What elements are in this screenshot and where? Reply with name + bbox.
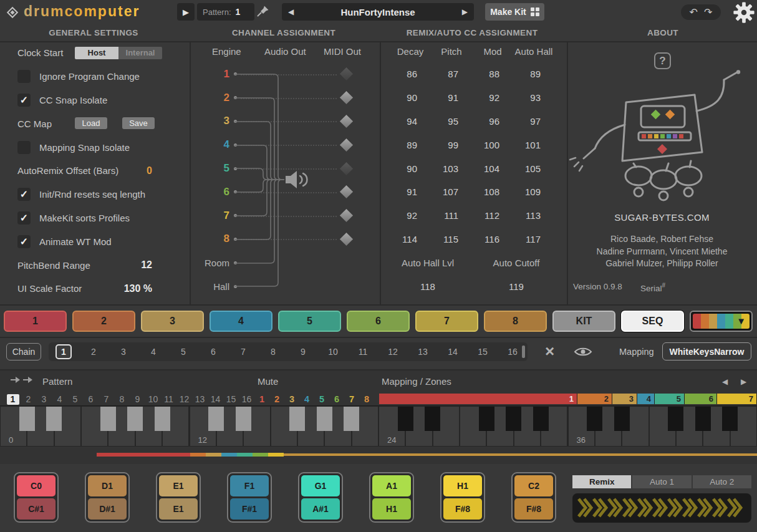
note-bottom-E1[interactable]: E1 — [159, 498, 198, 520]
cc-value[interactable]: 117 — [513, 234, 554, 244]
mode-tab-auto-1[interactable]: Auto 1 — [632, 475, 691, 488]
midi-out-diamond-icon[interactable] — [340, 162, 353, 175]
clear-x-icon[interactable]: × — [545, 342, 554, 361]
cc-value[interactable]: 90 — [390, 92, 431, 103]
chain-step-9[interactable]: 9 — [288, 347, 318, 357]
undo-icon[interactable]: ↶ — [690, 7, 698, 17]
cc-map-load-button[interactable]: Load — [75, 117, 107, 129]
note-top-D1[interactable]: D1 — [88, 475, 127, 496]
pattern-step-15[interactable]: 15 — [223, 394, 239, 404]
pattern-step-3[interactable]: 3 — [36, 394, 52, 404]
cc-value[interactable]: 99 — [431, 140, 472, 150]
pattern-step-6[interactable]: 6 — [83, 394, 99, 404]
auto-hall-lvl-value[interactable]: 118 — [381, 281, 475, 292]
pattern-step-5[interactable]: 5 — [67, 394, 83, 404]
cc-value[interactable]: 100 — [472, 140, 513, 150]
midi-out-diamond-icon[interactable] — [340, 209, 353, 222]
black-key[interactable] — [208, 407, 224, 431]
cc-value[interactable]: 95 — [431, 116, 472, 127]
black-key[interactable] — [614, 407, 630, 431]
tab-remix-auto-cc[interactable]: REMIX/AUTO CC ASSIGNMENT — [407, 28, 538, 37]
cc-value[interactable]: 104 — [472, 163, 513, 174]
note-pad-C0[interactable]: C0C#1 — [14, 472, 59, 523]
chain-step-1[interactable]: 1 — [55, 344, 72, 359]
note-pad-C2[interactable]: C2F#8 — [511, 472, 556, 523]
settings-gear-icon[interactable] — [732, 1, 756, 24]
chain-step-11[interactable]: 11 — [348, 347, 378, 357]
clock-start-host-button[interactable]: Host — [75, 47, 118, 59]
midi-out-diamond-icon[interactable] — [340, 233, 353, 246]
mapping-zone-3[interactable]: 3 — [612, 394, 637, 404]
preset-name[interactable]: HunFortyIntense — [299, 7, 456, 17]
clock-start-internal-button[interactable]: Internal — [118, 47, 162, 59]
auto-cutoff-value[interactable]: 119 — [470, 281, 563, 292]
chain-button[interactable]: Chain — [6, 343, 41, 360]
autoremix-offset-bars--value[interactable]: 0 — [147, 165, 152, 177]
chain-step-12[interactable]: 12 — [378, 347, 408, 357]
pattern-step-14[interactable]: 14 — [208, 394, 223, 404]
pattern-selector[interactable]: Pattern: 1 — [197, 3, 254, 21]
mute-step-2[interactable]: 2 — [269, 394, 284, 404]
mute-step-1[interactable]: 1 — [254, 394, 269, 404]
checkbox-ignore-program-change[interactable] — [17, 70, 31, 83]
black-key[interactable] — [317, 407, 332, 431]
pattern-step-16[interactable]: 16 — [239, 394, 254, 404]
mapping-zone-7[interactable]: 7 — [717, 394, 757, 404]
zones-nav-right-icon[interactable]: ▶ — [741, 377, 746, 386]
note-bottom-F#8[interactable]: F#8 — [443, 498, 482, 520]
make-kit-button[interactable]: Make Kit — [485, 3, 544, 21]
cc-map-save-button[interactable]: Save — [122, 117, 155, 129]
cc-value[interactable]: 93 — [513, 92, 554, 103]
midi-out-diamond-icon[interactable] — [340, 185, 353, 198]
engine-pad-7-button[interactable]: 7 — [415, 311, 478, 332]
pattern-step-4[interactable]: 4 — [52, 394, 67, 404]
black-key[interactable] — [155, 407, 170, 431]
mute-step-4[interactable]: 4 — [299, 394, 314, 404]
cc-value[interactable]: 91 — [390, 186, 431, 197]
cc-value[interactable]: 92 — [472, 92, 513, 103]
chain-step-10[interactable]: 10 — [318, 347, 348, 357]
pattern-step-2[interactable]: 2 — [21, 394, 36, 404]
black-key[interactable] — [46, 407, 62, 431]
note-top-H1[interactable]: H1 — [443, 475, 482, 496]
cc-value[interactable]: 91 — [431, 92, 472, 103]
cc-value[interactable]: 103 — [431, 163, 472, 174]
note-bottom-D#1[interactable]: D#1 — [88, 498, 127, 520]
chain-advance-icon[interactable] — [10, 375, 35, 384]
engine-pad-5-button[interactable]: 5 — [278, 311, 341, 332]
eye-icon[interactable] — [574, 346, 592, 358]
black-key[interactable] — [398, 407, 413, 431]
black-key[interactable] — [344, 407, 359, 431]
pattern-step-13[interactable]: 13 — [192, 394, 208, 404]
preset-next-icon[interactable]: ▶ — [456, 7, 468, 16]
cc-value[interactable]: 108 — [472, 186, 513, 197]
engine-pad-3-button[interactable]: 3 — [141, 311, 204, 332]
note-pad-A1[interactable]: A1H1 — [369, 472, 414, 523]
ui-scale-factor-value[interactable]: 130 % — [124, 283, 152, 294]
midi-out-diamond-icon[interactable] — [340, 67, 353, 80]
cc-value[interactable]: 87 — [431, 69, 472, 79]
cc-value[interactable]: 116 — [472, 234, 513, 244]
black-key[interactable] — [722, 407, 738, 431]
zones-nav-left-icon[interactable]: ◀ — [722, 377, 728, 386]
cc-value[interactable]: 113 — [513, 210, 554, 221]
note-bottom-H1[interactable]: H1 — [372, 498, 411, 520]
cc-value[interactable]: 114 — [390, 234, 431, 244]
chain-step-14[interactable]: 14 — [438, 347, 468, 357]
midi-out-diamond-icon[interactable] — [340, 91, 353, 104]
mapping-zone-6[interactable]: 6 — [685, 394, 717, 404]
mute-step-8[interactable]: 8 — [359, 394, 374, 404]
black-key[interactable] — [479, 407, 494, 431]
cc-value[interactable]: 89 — [390, 140, 431, 150]
black-key[interactable] — [289, 407, 305, 431]
mapping-mode-dropdown[interactable]: WhiteKeysNarrow — [662, 342, 751, 360]
mute-step-6[interactable]: 6 — [329, 394, 344, 404]
mapping-zone-2[interactable]: 2 — [577, 394, 612, 404]
chain-step-7[interactable]: 7 — [228, 347, 258, 357]
cc-value[interactable]: 89 — [513, 69, 554, 79]
checkbox-makekit-sorts-profiles[interactable]: ✓ — [17, 211, 31, 225]
note-pad-F1[interactable]: F1F#1 — [227, 472, 272, 523]
black-key[interactable] — [425, 407, 440, 431]
chain-step-6[interactable]: 6 — [198, 347, 228, 357]
note-bottom-F#1[interactable]: F#1 — [230, 498, 269, 520]
